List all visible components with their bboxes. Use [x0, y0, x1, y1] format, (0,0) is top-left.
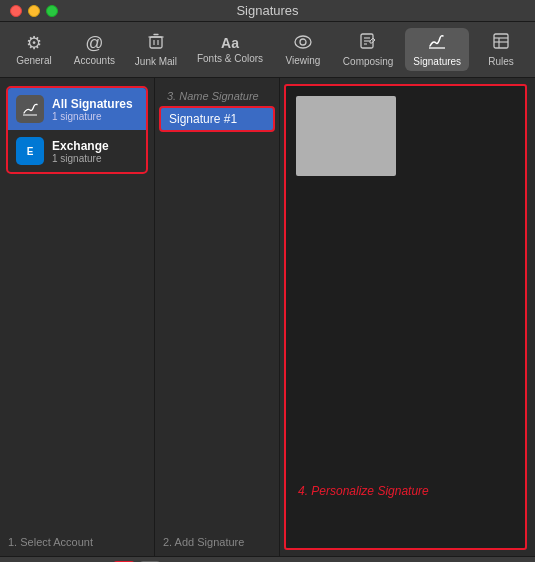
account-all-signatures[interactable]: All Signatures 1 signature	[8, 88, 146, 130]
fonts-label: Fonts & Colors	[197, 53, 263, 64]
panes: All Signatures 1 signature E Exchange 1 …	[0, 78, 535, 556]
minimize-button[interactable]	[28, 5, 40, 17]
name-sig-row: 3. Name Signature	[159, 86, 275, 106]
junk-icon	[147, 32, 165, 53]
signatures-pane: 3. Name Signature Signature #1 2. Add Si…	[155, 78, 280, 556]
account-exchange[interactable]: E Exchange 1 signature	[8, 130, 146, 172]
general-label: General	[16, 55, 52, 66]
viewing-label: Viewing	[286, 55, 321, 66]
toolbar-signatures[interactable]: Signatures	[405, 28, 469, 71]
main-content: All Signatures 1 signature E Exchange 1 …	[0, 78, 535, 556]
svg-text:E: E	[27, 146, 34, 157]
rules-icon	[492, 32, 510, 53]
viewing-icon	[294, 34, 312, 52]
toolbar-fonts[interactable]: Aa Fonts & Colors	[189, 32, 271, 68]
window-title: Signatures	[236, 3, 298, 18]
maximize-button[interactable]	[46, 5, 58, 17]
exchange-icon: E	[16, 137, 44, 165]
title-bar: Signatures	[0, 0, 535, 22]
svg-rect-0	[150, 37, 162, 48]
toolbar-general[interactable]: ⚙ General	[6, 30, 62, 70]
preview-image-placeholder	[296, 96, 396, 176]
signatures-icon	[427, 32, 447, 53]
rules-label: Rules	[488, 56, 514, 67]
accounts-list: All Signatures 1 signature E Exchange 1 …	[6, 86, 148, 174]
select-account-label: 1. Select Account	[8, 536, 93, 548]
toolbar-accounts[interactable]: @ Accounts	[66, 30, 123, 70]
personalize-label: 4. Personalize Signature	[298, 484, 429, 498]
all-signatures-name: All Signatures	[52, 97, 133, 111]
all-signatures-icon	[16, 95, 44, 123]
preview-pane[interactable]: 4. Personalize Signature	[284, 84, 527, 550]
bottom-controls: + − ✓ Always match my default message fo…	[0, 556, 535, 562]
composing-label: Composing	[343, 56, 394, 67]
name-sig-label: 3. Name Signature	[163, 88, 263, 104]
svg-rect-12	[494, 34, 508, 48]
exchange-count: 1 signature	[52, 153, 109, 164]
signature-item-1[interactable]: Signature #1	[159, 106, 275, 132]
toolbar-viewing[interactable]: Viewing	[275, 30, 331, 70]
toolbar-rules[interactable]: Rules	[473, 28, 529, 71]
all-signatures-info: All Signatures 1 signature	[52, 97, 133, 122]
composing-icon	[359, 32, 377, 53]
exchange-info: Exchange 1 signature	[52, 139, 109, 164]
close-button[interactable]	[10, 5, 22, 17]
all-signatures-count: 1 signature	[52, 111, 133, 122]
exchange-name: Exchange	[52, 139, 109, 153]
toolbar-composing[interactable]: Composing	[335, 28, 402, 71]
svg-point-6	[300, 39, 306, 45]
add-remove-row: + −	[0, 557, 535, 562]
general-icon: ⚙	[26, 34, 42, 52]
toolbar: ⚙ General @ Accounts Junk Mail Aa Fonts …	[0, 22, 535, 78]
accounts-pane: All Signatures 1 signature E Exchange 1 …	[0, 78, 155, 556]
toolbar-junk[interactable]: Junk Mail	[127, 28, 185, 71]
add-signature-label: 2. Add Signature	[163, 536, 244, 548]
fonts-icon: Aa	[221, 36, 239, 50]
traffic-lights	[10, 5, 58, 17]
signatures-label: Signatures	[413, 56, 461, 67]
accounts-label: Accounts	[74, 55, 115, 66]
svg-point-5	[295, 36, 311, 48]
accounts-icon: @	[85, 34, 103, 52]
junk-label: Junk Mail	[135, 56, 177, 67]
